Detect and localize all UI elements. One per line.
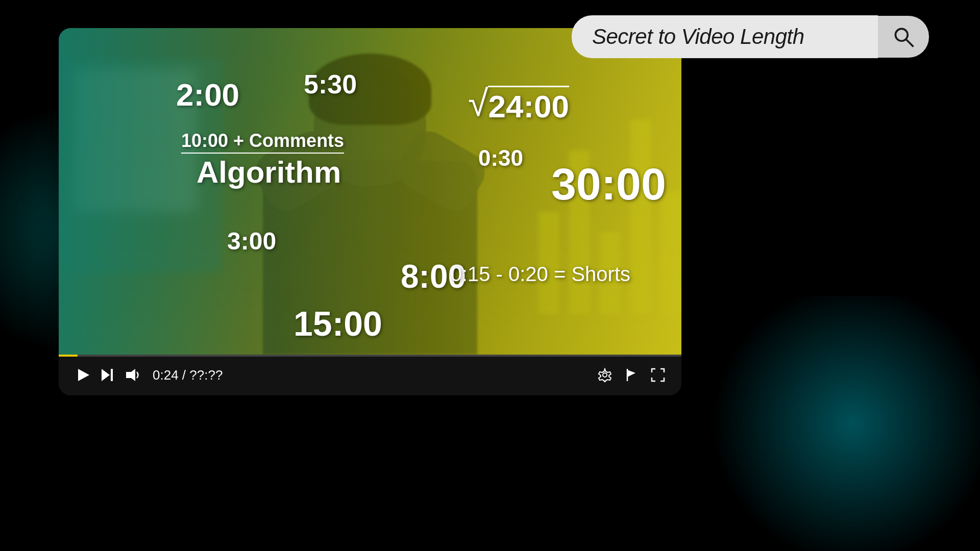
- bg-glow-right: [699, 296, 980, 551]
- svg-line-1: [906, 40, 913, 46]
- bg-left-window: [74, 69, 197, 212]
- fullscreen-icon: [651, 368, 665, 382]
- settings-icon: [598, 368, 612, 382]
- bar5: [661, 191, 681, 314]
- video-content: 2:00 5:30 √24:00 10:00 + Comments Algori…: [59, 28, 681, 355]
- volume-icon: [124, 367, 140, 383]
- bg-right-bars: [503, 110, 681, 314]
- flag-button[interactable]: [620, 364, 643, 386]
- bar1: [538, 212, 559, 314]
- search-input-text[interactable]: Secret to Video Length: [592, 24, 804, 49]
- person-hair: [309, 54, 431, 125]
- right-controls: [594, 364, 669, 386]
- video-controls: 0:24 / ??:??: [59, 355, 681, 395]
- svg-point-6: [603, 373, 607, 377]
- time-display: 0:24 / ??:??: [153, 367, 223, 383]
- svg-rect-4: [111, 369, 113, 381]
- bar3: [600, 232, 620, 314]
- search-input-container: Secret to Video Length: [572, 15, 878, 58]
- svg-marker-8: [627, 370, 635, 377]
- svg-marker-2: [78, 369, 89, 381]
- settings-button[interactable]: [594, 364, 616, 386]
- play-icon: [75, 367, 91, 383]
- svg-marker-3: [102, 369, 110, 381]
- volume-button[interactable]: [120, 363, 144, 387]
- person-figure: [227, 48, 513, 355]
- skip-button[interactable]: [95, 363, 120, 387]
- progress-bar-fill: [59, 355, 78, 357]
- bar2: [569, 151, 590, 314]
- skip-icon: [100, 367, 116, 383]
- progress-bar-container[interactable]: [59, 355, 681, 357]
- video-player: 2:00 5:30 √24:00 10:00 + Comments Algori…: [59, 28, 681, 395]
- play-button[interactable]: [71, 363, 95, 387]
- fullscreen-button[interactable]: [647, 364, 669, 386]
- search-button[interactable]: [878, 16, 929, 58]
- search-bar: Secret to Video Length: [572, 15, 929, 58]
- bar4: [630, 120, 651, 314]
- search-icon: [892, 26, 915, 48]
- flag-icon: [624, 368, 639, 382]
- svg-marker-5: [126, 369, 135, 381]
